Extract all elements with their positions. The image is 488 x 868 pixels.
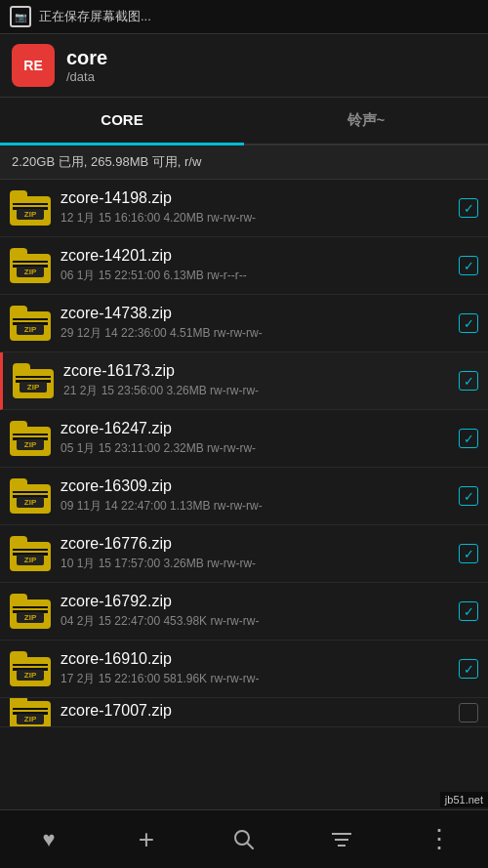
file-item[interactable]: ZIP zcore-16910.zip 17 2月 15 22:16:00 58… (0, 641, 488, 698)
file-checkbox[interactable] (459, 544, 478, 563)
file-name: zcore-16173.zip (63, 362, 459, 380)
tab-core[interactable]: CORE (0, 98, 244, 144)
app-title: core (66, 47, 107, 69)
file-info: zcore-16776.zip 10 1月 15 17:57:00 3.26MB… (61, 535, 459, 572)
folder-icon: ZIP (10, 698, 51, 727)
file-item[interactable]: ZIP zcore-16776.zip 10 1月 15 17:57:00 3.… (0, 525, 488, 583)
folder-icon: ZIP (10, 478, 51, 514)
file-checkbox[interactable] (459, 486, 478, 506)
folder-icon: ZIP (10, 190, 51, 226)
add-icon[interactable]: + (129, 822, 164, 857)
file-meta: 06 1月 15 22:51:00 6.13MB rw-r--r-- (61, 268, 459, 284)
app-header-text: core /data (66, 47, 107, 84)
filter-icon[interactable] (324, 822, 359, 857)
file-item[interactable]: ZIP zcore-14198.zip 12 1月 15 16:16:00 4.… (0, 180, 488, 237)
watermark: jb51.net (440, 792, 488, 807)
file-item[interactable]: ZIP zcore-16173.zip 21 2月 15 23:56:00 3.… (0, 352, 488, 410)
file-meta: 21 2月 15 23:56:00 3.26MB rw-rw-rw- (63, 383, 459, 399)
file-checkbox[interactable] (459, 256, 478, 275)
status-bar: 📷 正在保存屏幕截图... (0, 0, 488, 34)
file-info: zcore-16173.zip 21 2月 15 23:56:00 3.26MB… (63, 362, 459, 399)
folder-icon: ZIP (10, 536, 51, 571)
file-item[interactable]: ZIP zcore-17007.zip (0, 698, 488, 727)
file-checkbox[interactable] (459, 659, 478, 679)
file-info: zcore-16247.zip 05 1月 15 23:11:00 2.32MB… (61, 420, 459, 457)
file-list: ZIP zcore-14198.zip 12 1月 15 16:16:00 4.… (0, 180, 488, 799)
file-meta: 17 2月 15 22:16:00 581.96K rw-rw-rw- (61, 671, 459, 687)
file-info: zcore-16910.zip 17 2月 15 22:16:00 581.96… (61, 650, 459, 687)
file-meta: 10 1月 15 17:57:00 3.26MB rw-rw-rw- (61, 556, 459, 572)
app-subtitle: /data (66, 69, 107, 84)
file-checkbox[interactable] (459, 429, 478, 448)
file-name: zcore-16910.zip (61, 650, 459, 668)
file-name: zcore-14201.zip (61, 247, 459, 265)
file-info: zcore-16309.zip 09 11月 14 22:47:00 1.13M… (61, 477, 459, 515)
file-name: zcore-14738.zip (61, 305, 459, 322)
file-info: zcore-14738.zip 29 12月 14 22:36:00 4.51M… (61, 305, 459, 342)
file-name: zcore-16776.zip (61, 535, 459, 553)
file-checkbox[interactable] (459, 313, 478, 333)
file-item[interactable]: ZIP zcore-16309.zip 09 11月 14 22:47:00 1… (0, 468, 488, 525)
file-meta: 05 1月 15 23:11:00 2.32MB rw-rw-rw- (61, 440, 459, 457)
tab-ringtones[interactable]: 铃声~ (244, 98, 488, 144)
file-checkbox[interactable] (459, 371, 478, 391)
folder-icon: ZIP (10, 421, 51, 456)
file-name: zcore-14198.zip (61, 189, 459, 207)
heart-icon[interactable]: ♥ (31, 822, 66, 857)
file-checkbox[interactable] (459, 703, 478, 723)
tabs: CORE 铃声~ (0, 98, 488, 145)
app-header: RE core /data (0, 34, 488, 98)
status-text: 正在保存屏幕截图... (39, 8, 151, 25)
file-info: zcore-14201.zip 06 1月 15 22:51:00 6.13MB… (61, 247, 459, 284)
file-info: zcore-16792.zip 04 2月 15 22:47:00 453.98… (61, 593, 459, 630)
folder-icon: ZIP (10, 651, 51, 686)
bottom-nav: ♥ + ⋮ (0, 809, 488, 868)
folder-icon: ZIP (10, 248, 51, 283)
folder-icon: ZIP (10, 306, 51, 341)
file-info: zcore-14198.zip 12 1月 15 16:16:00 4.20MB… (61, 189, 459, 227)
file-item[interactable]: ZIP zcore-16792.zip 04 2月 15 22:47:00 45… (0, 583, 488, 641)
file-item[interactable]: ZIP zcore-14738.zip 29 12月 14 22:36:00 4… (0, 295, 488, 352)
file-meta: 09 11月 14 22:47:00 1.13MB rw-rw-rw- (61, 498, 459, 515)
file-name: zcore-17007.zip (61, 702, 459, 720)
folder-icon: ZIP (10, 594, 51, 629)
svg-line-1 (247, 843, 253, 848)
file-name: zcore-16247.zip (61, 420, 459, 437)
folder-icon: ZIP (13, 363, 54, 398)
file-name: zcore-16792.zip (61, 593, 459, 610)
file-name: zcore-16309.zip (61, 477, 459, 495)
file-meta: 29 12月 14 22:36:00 4.51MB rw-rw-rw- (61, 325, 459, 342)
camera-icon: 📷 (10, 6, 31, 27)
file-item[interactable]: ZIP zcore-14201.zip 06 1月 15 22:51:00 6.… (0, 237, 488, 295)
file-checkbox[interactable] (459, 198, 478, 218)
storage-info: 2.20GB 已用, 265.98MB 可用, r/w (0, 145, 488, 180)
search-icon[interactable] (226, 822, 262, 857)
file-item[interactable]: ZIP zcore-16247.zip 05 1月 15 23:11:00 2.… (0, 410, 488, 468)
app-logo: RE (12, 44, 55, 87)
file-checkbox[interactable] (459, 601, 478, 621)
file-meta: 12 1月 15 16:16:00 4.20MB rw-rw-rw- (61, 210, 459, 227)
file-meta: 04 2月 15 22:47:00 453.98K rw-rw-rw- (61, 613, 459, 630)
file-info: zcore-17007.zip (61, 702, 459, 723)
more-icon[interactable]: ⋮ (422, 822, 457, 857)
